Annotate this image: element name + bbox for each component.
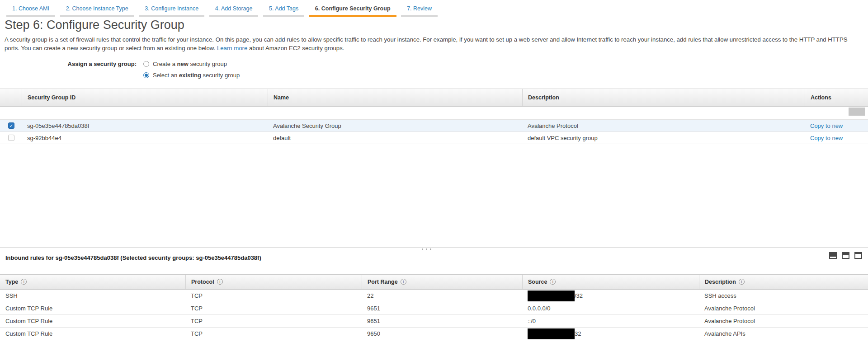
wizard-step-label: 7. Review <box>401 0 438 15</box>
rule-type: Custom TCP Rule <box>0 305 185 312</box>
info-icon[interactable]: i <box>401 279 406 285</box>
column-header-security-group-id: Security Group ID <box>22 89 268 106</box>
pane-divider <box>0 247 868 248</box>
wizard-step-label: 2. Choose Instance Type <box>60 0 134 15</box>
inbound-rule-row: Custom TCP Rule TCP 9650 32 Avalanche AP… <box>0 328 868 340</box>
security-groups-table-header: Security Group ID Name Description Actio… <box>0 89 868 107</box>
wizard-step-label: 3. Configure Instance <box>139 0 204 15</box>
wizard-step-underline <box>309 15 396 17</box>
rule-protocol: TCP <box>185 330 362 337</box>
wizard-step-tab[interactable]: 3. Configure Instance <box>139 0 204 17</box>
rule-source: /32 <box>575 292 583 299</box>
rule-source-cell: 0.0.0.0/0 <box>522 305 699 312</box>
security-groups-rows: ✓ sg-05e35e44785da038f Avalanche Securit… <box>0 119 868 144</box>
radio-button-icon[interactable] <box>143 61 149 67</box>
description-text-after: about Amazon EC2 security groups. <box>247 45 344 52</box>
pane-resize-handle[interactable] <box>422 249 431 250</box>
wizard-step-label: 4. Add Storage <box>209 0 259 15</box>
rule-port-range: 9650 <box>362 330 522 337</box>
security-group-row[interactable]: ✓ sg-92bb44e4 default default VPC securi… <box>0 132 868 144</box>
inbound-rules-rows: SSH TCP 22 /32 SSH access Custom TCP Rul… <box>0 290 868 340</box>
rule-type: Custom TCP Rule <box>0 318 185 324</box>
page-title: Step 6: Configure Security Group <box>5 18 184 32</box>
page-description: A security group is a set of firewall ru… <box>5 36 861 52</box>
wizard-step-underline <box>401 15 438 17</box>
wizard-step-tab[interactable]: 4. Add Storage <box>209 0 259 17</box>
wizard-step-tabs: 1. Choose AMI 2. Choose Instance Type 3.… <box>6 0 441 17</box>
wizard-step-underline <box>209 15 259 17</box>
check-icon: ✓ <box>9 123 13 128</box>
rule-source: ::/0 <box>528 318 536 324</box>
inbound-rules-table: Typei Protocoli Port Rangei Sourcei Desc… <box>0 274 868 340</box>
rule-protocol: TCP <box>185 292 362 299</box>
rule-source: 32 <box>575 330 581 337</box>
security-group-actions-cell: Copy to new <box>805 135 868 141</box>
wizard-step-label: 6. Configure Security Group <box>309 0 396 15</box>
redacted-ip-box <box>528 328 575 339</box>
rule-port-range: 9651 <box>362 318 522 324</box>
wizard-step-tab[interactable]: 5. Add Tags <box>263 0 304 17</box>
radio-option-label: Create a new security group <box>153 61 227 67</box>
security-group-row[interactable]: ✓ sg-05e35e44785da038f Avalanche Securit… <box>0 120 868 132</box>
rule-port-range: 22 <box>362 292 522 299</box>
security-group-description: Avalanche Protocol <box>522 122 805 129</box>
security-group-id: sg-92bb44e4 <box>22 135 268 141</box>
rule-protocol: TCP <box>185 318 362 324</box>
info-icon[interactable]: i <box>21 279 27 285</box>
inbound-rule-row: SSH TCP 22 /32 SSH access <box>0 290 868 302</box>
pane-small-icon[interactable] <box>829 252 837 259</box>
column-header-name: Name <box>268 89 522 106</box>
security-group-actions-cell: Copy to new <box>805 122 868 129</box>
redacted-ip-box <box>528 291 575 301</box>
rule-type: SSH <box>0 292 185 299</box>
inbound-rule-row: Custom TCP Rule TCP 9651 ::/0 Avalanche … <box>0 315 868 328</box>
info-icon[interactable]: i <box>550 279 556 285</box>
security-group-radio-option[interactable]: Create a new security group <box>143 58 868 70</box>
rule-description: Avalanche APIs <box>699 330 868 337</box>
security-group-radio-option[interactable]: Select an existing security group <box>143 70 868 81</box>
assign-security-group-section: Assign a security group: Create a new se… <box>0 58 868 81</box>
wizard-step-tab[interactable]: 2. Choose Instance Type <box>60 0 134 17</box>
security-groups-table: Security Group ID Name Description Actio… <box>0 89 868 144</box>
pane-medium-icon[interactable] <box>842 252 849 259</box>
select-checkbox[interactable]: ✓ <box>8 122 14 129</box>
wizard-step-tab[interactable]: 7. Review <box>401 0 438 17</box>
info-icon[interactable]: i <box>217 279 223 285</box>
row-checkbox-cell: ✓ <box>0 122 22 129</box>
rule-source: 0.0.0.0/0 <box>528 305 551 312</box>
info-icon[interactable]: i <box>739 279 745 285</box>
column-header-type: Typei <box>0 275 185 289</box>
rule-type: Custom TCP Rule <box>0 330 185 337</box>
column-header-description: Description <box>522 89 805 106</box>
select-checkbox[interactable]: ✓ <box>8 135 14 141</box>
wizard-step-label: 1. Choose AMI <box>6 0 55 15</box>
wizard-step-underline <box>6 15 55 17</box>
wizard-step-underline <box>60 15 134 17</box>
rule-port-range: 9651 <box>362 305 522 312</box>
copy-to-new-link[interactable]: Copy to new <box>810 135 843 141</box>
wizard-step-underline <box>263 15 304 17</box>
security-group-name: default <box>268 135 522 141</box>
rule-protocol: TCP <box>185 305 362 312</box>
wizard-step-label: 5. Add Tags <box>263 0 304 15</box>
rule-source-cell: /32 <box>522 291 699 301</box>
copy-to-new-link[interactable]: Copy to new <box>810 122 843 129</box>
assign-security-group-label: Assign a security group: <box>0 61 137 67</box>
column-header-actions: Actions <box>805 89 868 106</box>
wizard-step-tab[interactable]: 1. Choose AMI <box>6 0 55 17</box>
inbound-rules-table-header: Typei Protocoli Port Rangei Sourcei Desc… <box>0 274 868 290</box>
configure-security-group-page: 1. Choose AMI 2. Choose Instance Type 3.… <box>0 0 868 347</box>
security-group-id: sg-05e35e44785da038f <box>22 122 268 129</box>
rule-description: Avalanche Protocol <box>699 318 868 324</box>
column-header-description: Descriptioni <box>699 275 868 289</box>
description-text: A security group is a set of firewall ru… <box>5 36 848 52</box>
wizard-step-tab[interactable]: 6. Configure Security Group <box>309 0 396 17</box>
pane-large-icon[interactable] <box>854 252 862 259</box>
scrollbar-thumb[interactable] <box>849 108 865 116</box>
wizard-step-underline <box>139 15 204 17</box>
radio-button-icon[interactable] <box>143 72 149 78</box>
rule-source-cell: ::/0 <box>522 318 699 324</box>
inbound-rules-title: Inbound rules for sg-05e35e44785da038f (… <box>5 254 261 261</box>
rule-description: Avalanche Protocol <box>699 305 868 312</box>
learn-more-link[interactable]: Learn more <box>217 45 247 52</box>
